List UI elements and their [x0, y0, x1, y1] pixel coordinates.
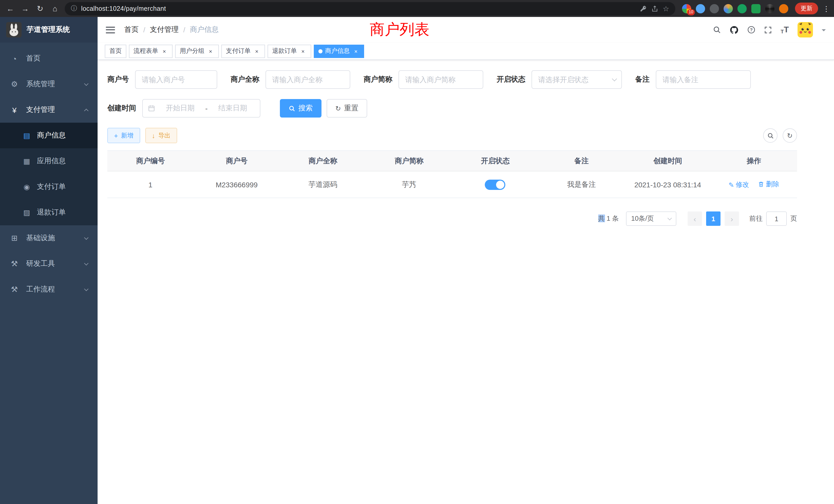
- date-end-placeholder: 结束日期: [211, 104, 255, 113]
- site-info-icon[interactable]: ⓘ: [71, 4, 77, 13]
- sidebar-item-label: 应用信息: [37, 157, 66, 166]
- search-icon: [289, 105, 295, 112]
- chevron-down-icon: [667, 216, 672, 220]
- home-icon[interactable]: ⌂: [50, 4, 60, 13]
- url-bar[interactable]: ⓘ localhost:1024/pay/merchant ☆: [65, 2, 675, 15]
- reload-icon[interactable]: ↻: [35, 4, 45, 13]
- breadcrumb-item[interactable]: 首页: [124, 25, 139, 35]
- sidebar-item-payment[interactable]: ¥ 支付管理: [0, 97, 97, 123]
- extension-icon[interactable]: [765, 4, 774, 13]
- pagination-goto: 前往 页: [749, 211, 797, 226]
- date-separator: -: [205, 104, 207, 112]
- breadcrumb-item[interactable]: 支付管理: [150, 25, 179, 35]
- sidebar-item-merchant-info[interactable]: ▤ 商户信息: [0, 123, 97, 148]
- extension-icon[interactable]: [724, 4, 733, 13]
- search-icon[interactable]: [713, 26, 721, 34]
- sidebar-logo[interactable]: 芋道管理系统: [0, 17, 97, 43]
- share-icon[interactable]: [652, 5, 659, 12]
- browser-menu-icon[interactable]: ⋮: [823, 4, 829, 13]
- extension-icon[interactable]: [710, 4, 719, 13]
- remark-input[interactable]: [656, 70, 751, 89]
- sidebar-item-home[interactable]: ◔ 首页: [0, 46, 97, 71]
- download-icon: ↓: [152, 132, 155, 139]
- close-icon[interactable]: ×: [161, 47, 168, 55]
- filter-row-2: 创建时间 开始日期 - 结束日期 搜索 ↻ 重置: [107, 99, 797, 117]
- tab-refund-order[interactable]: 退款订单×: [267, 44, 311, 58]
- svg-text:?: ?: [750, 27, 753, 32]
- prev-page-button[interactable]: ‹: [688, 211, 702, 226]
- sidebar-item-app-info[interactable]: ▦ 应用信息: [0, 148, 97, 174]
- sidebar-item-dev-tools[interactable]: ⚒ 研发工具: [0, 251, 97, 277]
- url-text[interactable]: localhost:1024/pay/merchant: [81, 5, 166, 12]
- filter-create-time: 创建时间 开始日期 - 结束日期: [107, 99, 260, 117]
- reset-button[interactable]: ↻ 重置: [327, 99, 367, 117]
- date-start-placeholder: 开始日期: [158, 104, 202, 113]
- password-key-icon[interactable]: [640, 5, 647, 12]
- pagination: 共 1 条 10条/页 ‹ 1 › 前往 页: [107, 211, 797, 226]
- next-page-button[interactable]: ›: [725, 211, 739, 226]
- extension-icon[interactable]: [779, 4, 788, 13]
- sidebar-item-system[interactable]: ⚙ 系统管理: [0, 71, 97, 97]
- status-toggle[interactable]: [485, 179, 506, 190]
- delete-link[interactable]: 删除: [758, 180, 779, 189]
- close-icon[interactable]: ×: [300, 47, 307, 55]
- sidebar-item-refund-order[interactable]: ▨ 退款订单: [0, 200, 97, 225]
- date-range-picker[interactable]: 开始日期 - 结束日期: [142, 99, 260, 117]
- export-button[interactable]: ↓ 导出: [145, 128, 177, 143]
- status-select-input[interactable]: [531, 70, 622, 89]
- chevron-up-icon: [84, 109, 89, 113]
- col-header: 商户简称: [366, 151, 452, 171]
- extension-icon[interactable]: 10: [682, 4, 691, 13]
- avatar-caret-icon[interactable]: [822, 29, 826, 33]
- bookmark-star-icon[interactable]: ☆: [663, 4, 669, 13]
- col-header: 商户全称: [280, 151, 366, 171]
- short-name-input[interactable]: [398, 70, 483, 89]
- full-name-input[interactable]: [265, 70, 350, 89]
- navbar: 首页 / 支付管理 / 商户信息 商户列表 ?: [97, 17, 834, 43]
- extension-icon[interactable]: [738, 4, 747, 13]
- logo-avatar: [6, 22, 22, 38]
- sidebar-item-infra[interactable]: ⊞ 基础设施: [0, 225, 97, 251]
- close-icon[interactable]: ×: [352, 47, 359, 55]
- table-toolbar: + 新增 ↓ 导出 ↻: [107, 128, 797, 143]
- add-button[interactable]: + 新增: [107, 128, 140, 143]
- sidebar-item-workflow[interactable]: ⚒ 工作流程: [0, 277, 97, 302]
- gear-icon: ⚙: [10, 79, 19, 89]
- goto-page-input[interactable]: [766, 211, 787, 226]
- tab-user-group[interactable]: 用户分组×: [175, 44, 219, 58]
- merchant-no-input[interactable]: [135, 70, 217, 89]
- sidebar-toggle-icon[interactable]: [106, 26, 115, 33]
- tab-pay-order[interactable]: 支付订单×: [221, 44, 265, 58]
- page-number-button[interactable]: 1: [706, 211, 721, 226]
- extension-icon[interactable]: [751, 4, 761, 13]
- sidebar-item-pay-order[interactable]: ◉ 支付订单: [0, 174, 97, 200]
- close-icon[interactable]: ×: [253, 47, 260, 55]
- status-select[interactable]: [531, 70, 622, 89]
- filter-remark: 备注: [635, 70, 751, 89]
- calendar-icon: [148, 105, 155, 112]
- help-icon[interactable]: ?: [747, 26, 755, 34]
- forward-icon[interactable]: →: [20, 4, 30, 13]
- search-button[interactable]: 搜索: [280, 99, 322, 117]
- navbar-actions: ? TT: [713, 22, 826, 38]
- chevron-down-icon: [84, 287, 89, 291]
- extensions-row: 10: [680, 4, 790, 13]
- tab-process-form[interactable]: 流程表单×: [129, 44, 173, 58]
- filter-label: 备注: [635, 75, 656, 84]
- avatar[interactable]: [797, 22, 813, 38]
- extension-icon[interactable]: [696, 4, 705, 13]
- fullscreen-icon[interactable]: [764, 26, 772, 33]
- sidebar-item-label: 研发工具: [26, 259, 55, 269]
- refresh-button[interactable]: ↻: [783, 128, 797, 143]
- edit-link[interactable]: ✎ 修改: [728, 180, 749, 190]
- browser-update-button[interactable]: 更新: [795, 3, 818, 14]
- tab-home[interactable]: 首页: [105, 44, 126, 58]
- tab-merchant-info[interactable]: 商户信息×: [314, 44, 364, 58]
- page-size-select[interactable]: 10条/页: [626, 211, 676, 226]
- back-icon[interactable]: ←: [5, 4, 16, 13]
- toggle-search-button[interactable]: [763, 128, 777, 143]
- font-size-icon[interactable]: TT: [781, 25, 789, 35]
- close-icon[interactable]: ×: [207, 47, 214, 55]
- github-icon[interactable]: [730, 25, 739, 34]
- app-title: 芋道管理系统: [27, 25, 70, 35]
